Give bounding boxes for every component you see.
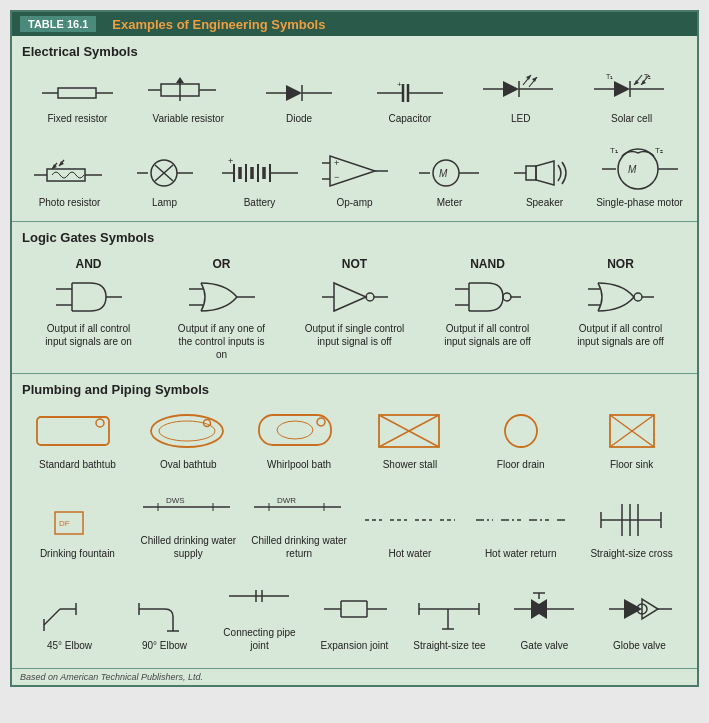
symbol-globe-valve: Globe valve [592,583,687,656]
globe-valve-label: Globe valve [613,639,666,652]
symbol-floor-sink: Floor sink [576,405,687,475]
svg-point-101 [96,419,104,427]
straight-cross-icon [596,498,668,543]
svg-text:M: M [439,168,448,179]
oval-bathtub-label: Oval bathtub [160,458,217,471]
plumbing-row1: Standard bathtub Oval bathtub Whirlpool [22,405,687,475]
nand-label: NAND [470,257,505,271]
90-elbow-label: 90° Elbow [142,639,187,652]
svg-point-98 [634,293,642,301]
symbol-lamp: Lamp [117,151,212,213]
table-header: TABLE 16.1 Examples of Engineering Symbo… [12,12,697,36]
logic-nand: NAND Output if all control input signals… [421,253,554,352]
symbol-photo-resistor: Photo resistor [22,151,117,213]
svg-point-103 [159,421,215,441]
symbol-diode: Diode [244,75,355,129]
logic-section: Logic Gates Symbols AND Output if all co… [12,222,697,374]
svg-text:+: + [397,80,402,89]
diode-icon [264,79,334,107]
and-desc: Output if all control input signals are … [39,322,139,348]
variable-resistor-icon [146,73,231,107]
electrical-row2: Photo resistor Lamp [22,137,687,213]
op-amp-label: Op-amp [336,196,372,209]
fixed-resistor-label: Fixed resistor [47,112,107,125]
svg-text:−: − [334,172,339,182]
whirlpool-icon [254,409,344,454]
svg-point-94 [503,293,511,301]
svg-rect-105 [259,415,331,445]
connecting-joint-icon [224,574,296,622]
plumbing-title: Plumbing and Piping Symbols [22,382,687,397]
90-elbow-icon [129,587,201,635]
motor-icon: M T₁ T₂ [600,141,680,191]
symbol-led: LED [465,67,576,129]
symbol-motor: M T₁ T₂ Single-phase motor [592,137,687,213]
solar-cell-label: Solar cell [611,112,652,125]
meter-label: Meter [437,196,463,209]
capacitor-icon: + [375,79,445,107]
electrical-title: Electrical Symbols [22,44,687,59]
oval-bathtub-icon [143,409,233,454]
not-gate-icon [320,277,390,317]
svg-point-102 [151,415,223,447]
svg-marker-32 [641,80,646,85]
chilled-water-supply-icon: DWS [138,485,238,530]
table-number: TABLE 16.1 [20,16,96,32]
svg-text:+: + [334,158,339,168]
nand-desc: Output if all control input signals are … [438,322,538,348]
svg-text:T₂: T₂ [655,146,663,155]
svg-marker-169 [642,599,658,619]
expansion-joint-icon [319,587,391,635]
chilled-water-return-label: Chilled drinking water return [246,534,353,560]
svg-point-111 [505,415,537,447]
connecting-joint-label: Connecting pipe joint [214,626,305,652]
symbol-solar-cell: T₁ T₂ Solar cell [576,67,687,129]
45-elbow-icon [34,587,106,635]
hot-water-label: Hot water [389,547,432,560]
and-gate-icon [54,277,124,317]
whirlpool-label: Whirlpool bath [267,458,331,471]
drinking-fountain-label: Drinking fountain [40,547,115,560]
plumbing-section: Plumbing and Piping Symbols Standard bat… [12,374,697,669]
led-icon [481,71,561,107]
footer-note: Based on American Technical Publishers, … [12,669,697,685]
svg-rect-36 [47,169,85,181]
symbol-hot-water-return: Hot water return [465,494,576,564]
drinking-fountain-icon: DF [41,498,113,543]
electrical-row1: Fixed resistor Variable resistor [22,67,687,129]
symbol-chilled-water-supply: DWS Chilled drinking water supply [133,481,244,564]
symbol-meter: M Meter [402,151,497,213]
plumbing-row2: DF Drinking fountain DWS Chilled drinkin… [22,481,687,564]
svg-marker-26 [614,81,630,97]
floor-sink-label: Floor sink [610,458,653,471]
not-desc: Output if single control input signal is… [305,322,405,348]
op-amp-icon: + − [320,151,390,191]
gate-valve-label: Gate valve [521,639,569,652]
nor-label: NOR [607,257,634,271]
svg-rect-1 [58,88,96,98]
lamp-icon [135,155,195,191]
symbol-90-elbow: 90° Elbow [117,583,212,656]
45-elbow-label: 45° Elbow [47,639,92,652]
motor-label: Single-phase motor [596,196,683,209]
diode-label: Diode [286,112,312,125]
electrical-section: Electrical Symbols Fixed resistor [12,36,697,222]
svg-line-139 [44,609,60,625]
photo-resistor-icon [32,155,107,191]
svg-marker-7 [176,77,184,83]
chilled-water-return-icon: DWR [249,485,349,530]
nor-gate-icon [586,277,656,317]
solar-cell-icon: T₁ T₂ [592,71,672,107]
logic-or: OR Output if any one of the control inpu… [155,253,288,365]
floor-drain-icon [491,409,551,454]
svg-text:T₂: T₂ [644,73,651,80]
symbol-connecting-joint: Connecting pipe joint [212,570,307,656]
floor-sink-icon [602,409,662,454]
nor-desc: Output if all control input signals are … [571,322,671,348]
logic-gates-row: AND Output if all control input signals … [22,253,687,365]
svg-text:DWR: DWR [277,496,296,505]
svg-point-107 [317,418,325,426]
logic-not: NOT Output if single control input signa… [288,253,421,352]
svg-marker-18 [503,81,519,97]
symbol-expansion-joint: Expansion joint [307,583,402,656]
